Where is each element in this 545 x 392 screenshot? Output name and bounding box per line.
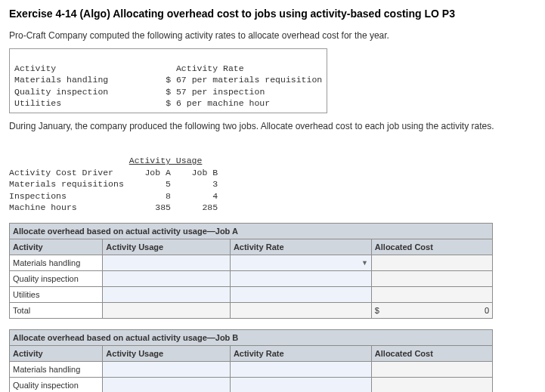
- cost-cell: [371, 255, 492, 270]
- usage-input[interactable]: [103, 270, 231, 286]
- rate-row-name: Utilities: [14, 98, 61, 108]
- ws-header-usage: Activity Usage: [103, 239, 231, 255]
- intro-text: Pro-Craft Company computed the following…: [9, 30, 536, 41]
- locked-cell: [103, 302, 231, 318]
- rate-row-name: Quality inspection: [14, 87, 108, 97]
- ws-header-rate: Activity Rate: [230, 345, 371, 361]
- rate-input[interactable]: [230, 377, 371, 392]
- rate-input[interactable]: [230, 361, 371, 377]
- usage-group-header: Activity Usage: [129, 156, 203, 165]
- usage-row-driver: Machine hours: [9, 202, 77, 212]
- ws-row-label: Quality inspection: [10, 270, 103, 286]
- usage-row-a: 8: [166, 191, 171, 201]
- usage-input[interactable]: [103, 377, 231, 392]
- usage-input[interactable]: [103, 255, 231, 270]
- ws-row-label: Total: [10, 302, 103, 318]
- usage-row-a: 5: [166, 179, 171, 189]
- worksheet-job-a: Allocate overhead based on actual activi…: [9, 223, 493, 319]
- ws-b-title: Allocate overhead based on actual activi…: [10, 329, 493, 345]
- usage-input[interactable]: [103, 286, 231, 302]
- total-cost-cell: $ 0: [371, 302, 492, 318]
- chevron-down-icon[interactable]: ▼: [361, 259, 368, 267]
- usage-row-b: 3: [212, 179, 218, 189]
- rate-input[interactable]: [230, 270, 371, 286]
- mid-text: During January, the company produced the…: [9, 121, 536, 131]
- page-title: Exercise 4-14 (Algo) Allocating overhead…: [9, 8, 536, 20]
- locked-cell: [230, 302, 371, 318]
- ws-a-title: Allocate overhead based on actual activi…: [10, 223, 493, 239]
- ws-header-rate: Activity Rate: [230, 239, 371, 255]
- cost-cell: [371, 286, 492, 302]
- ws-row-label: Materials handling: [10, 255, 103, 270]
- usage-input[interactable]: [103, 361, 231, 377]
- activity-rate-table: Activity Activity Rate Materials handlin…: [9, 48, 327, 113]
- cost-cell: [371, 361, 492, 377]
- cost-cell: [371, 270, 492, 286]
- ws-row-label: Materials handling: [10, 361, 103, 377]
- ws-header-cost: Allocated Cost: [371, 345, 492, 361]
- usage-row-driver: Materials requisitions: [9, 179, 124, 189]
- rate-header-rate: Activity Rate: [176, 63, 244, 73]
- rate-row-rate: $ 57 per inspection: [166, 87, 265, 97]
- ws-row-label: Quality inspection: [10, 377, 103, 392]
- rate-row-rate: $ 6 per machine hour: [160, 98, 270, 108]
- rate-input[interactable]: [230, 286, 371, 302]
- ws-header-activity: Activity: [10, 345, 103, 361]
- usage-header-joba: Job A: [144, 168, 171, 177]
- ws-row-label: Utilities: [10, 286, 103, 302]
- rate-row-name: Materials handling: [14, 75, 108, 85]
- usage-row-b: 4: [212, 191, 218, 201]
- total-value: 0: [485, 306, 489, 315]
- worksheet-job-b: Allocate overhead based on actual activi…: [9, 329, 493, 392]
- ws-header-cost: Allocated Cost: [371, 239, 492, 255]
- rate-input[interactable]: ▼: [230, 255, 371, 270]
- rate-row-rate: $ 67 per materials requisition: [166, 75, 322, 85]
- cost-cell: [371, 377, 492, 392]
- ws-header-activity: Activity: [10, 239, 103, 255]
- usage-header-jobb: Job B: [192, 168, 218, 177]
- usage-row-b: 285: [202, 202, 218, 212]
- usage-row-a: 385: [155, 202, 171, 212]
- usage-header-driver: Activity Cost Driver: [9, 168, 113, 177]
- usage-row-driver: Inspections: [9, 191, 67, 201]
- activity-usage-table: Activity Usage Activity Cost Driver Job …: [9, 144, 218, 214]
- ws-header-usage: Activity Usage: [103, 345, 231, 361]
- rate-header-activity: Activity: [14, 63, 56, 73]
- currency-symbol: $: [375, 306, 379, 315]
